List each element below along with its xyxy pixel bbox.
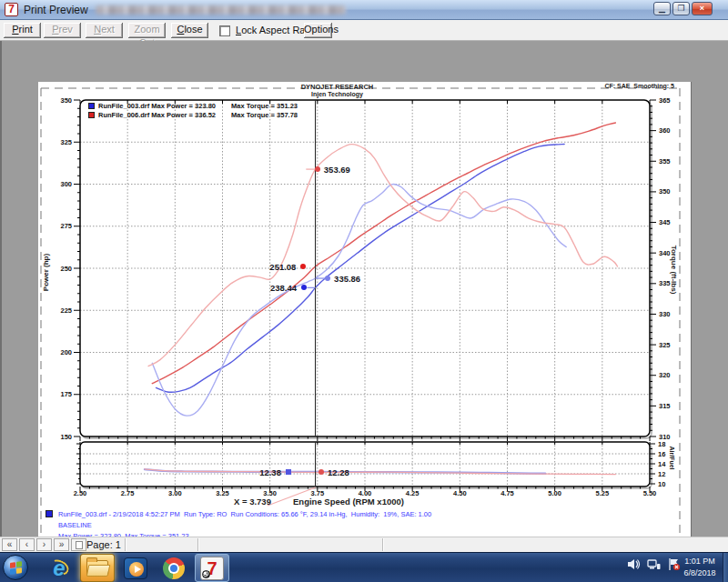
- show-desktop-button[interactable]: [723, 553, 728, 582]
- chart-header-shop: Injen Technology: [38, 91, 636, 97]
- annotation-value: 238.44: [270, 283, 297, 293]
- statusbar-divider: [197, 538, 199, 551]
- legend-torque: Max Torque = 357.78: [231, 111, 298, 119]
- clock-time: 1:01 PM: [679, 556, 721, 567]
- annotation-value: 353.69: [324, 165, 350, 175]
- legend-file-power: RunFile_003.drf Max Power = 323.80: [98, 102, 231, 110]
- annotation-value: 12.28: [328, 467, 349, 477]
- title-bar[interactable]: 7 Print Preview ▁ ❐ ×: [0, 0, 728, 20]
- annotation-marker: [300, 264, 306, 269]
- network-icon[interactable]: [647, 557, 661, 571]
- app-icon: 7: [5, 3, 18, 16]
- clock-date: 6/8/2018: [679, 567, 721, 579]
- close-button[interactable]: Close: [171, 23, 208, 38]
- legend-row: RunFile_006.drf Max Power = 336.52Max To…: [88, 111, 298, 120]
- legend-swatch: [88, 103, 95, 109]
- file-explorer-icon[interactable]: [80, 554, 115, 582]
- page-setup-icon[interactable]: [71, 538, 86, 551]
- power-axis-title: Power (hp): [42, 254, 50, 291]
- power-tick-label: 300: [60, 180, 72, 188]
- prev-page-button[interactable]: ‹: [19, 538, 35, 551]
- x-tick-label: 4.50: [453, 489, 467, 497]
- folder-icon: [86, 560, 108, 576]
- media-player-icon[interactable]: [118, 554, 153, 582]
- minimize-button[interactable]: ▁: [653, 2, 671, 15]
- torque-tick-label: 325: [659, 341, 671, 349]
- torque-tick-label: 330: [659, 310, 671, 318]
- chart-legend: RunFile_003.drf Max Power = 323.80Max To…: [88, 102, 298, 119]
- preview-area: 2.502.753.003.253.503.754.004.254.504.75…: [0, 41, 728, 537]
- power-tick-label: 275: [60, 222, 72, 230]
- torque-tick-label: 355: [659, 157, 671, 166]
- annotation-marker: [315, 166, 320, 172]
- x-tick-label: 5.50: [643, 489, 657, 497]
- af-tick-label: 18: [658, 440, 665, 448]
- last-page-button[interactable]: »: [54, 538, 69, 551]
- annotation-marker: [318, 469, 324, 475]
- legend-swatch: [88, 112, 95, 118]
- x-tick-label: 2.50: [74, 489, 87, 497]
- chrome-icon[interactable]: [157, 554, 191, 582]
- taskbar-clock[interactable]: 1:01 PM 6/8/2018: [679, 556, 721, 579]
- torque-tick-label: 360: [659, 126, 671, 135]
- annotation-value: 12.38: [259, 467, 281, 477]
- statusbar-divider: [382, 538, 384, 551]
- options-button[interactable]: Options: [304, 23, 332, 38]
- start-button[interactable]: [3, 555, 28, 580]
- torque-axis-title: Torque (ft-lbs): [670, 243, 678, 297]
- x-tick-label: 2.75: [121, 489, 135, 497]
- x-tick-label: 4.25: [406, 489, 420, 497]
- close-window-button[interactable]: ×: [692, 2, 713, 15]
- maximize-button[interactable]: ❐: [672, 2, 690, 15]
- windows-logo-icon: [10, 561, 22, 575]
- run-swatch: [46, 510, 53, 517]
- statusbar-divider: [125, 538, 126, 551]
- system-tray: [627, 557, 681, 571]
- speaker-icon[interactable]: [627, 557, 641, 571]
- print-button[interactable]: Print: [4, 23, 41, 38]
- x-tick-label: 3.25: [216, 489, 229, 497]
- redacted-title-path: [96, 5, 346, 15]
- annotation-value: 335.86: [334, 274, 360, 284]
- power-tick-label: 200: [60, 348, 72, 356]
- run-info-line1: RunFile_003.drf - 2/19/2018 4:52:27 PM R…: [58, 509, 431, 520]
- torque-tick-label: 350: [659, 187, 671, 196]
- annotation-marker: [325, 276, 330, 281]
- x-tick-label: 5.25: [596, 489, 610, 497]
- next-page-button[interactable]: ›: [36, 538, 52, 551]
- x-axis-title: Engine Speed (RPM x1000): [293, 497, 404, 507]
- print-preview-window: 7 Print Preview ▁ ❐ × PrintPrevNextZoom …: [0, 0, 728, 582]
- power-tick-label: 250: [60, 265, 72, 273]
- power-tick-label: 325: [60, 138, 72, 146]
- window-title: Print Preview: [24, 4, 88, 16]
- torque-tick-label: 315: [659, 402, 671, 410]
- lock-aspect-ratio-checkbox[interactable]: [219, 25, 230, 36]
- toolbar: PrintPrevNextZoom OutClose Lock Aspect R…: [0, 20, 728, 41]
- internet-explorer-icon[interactable]: e: [42, 554, 76, 582]
- power-tick-label: 175: [60, 390, 72, 398]
- prev-button: Prev: [44, 23, 81, 38]
- torque-tick-label: 320: [659, 371, 671, 379]
- torque-tick-label: 345: [659, 218, 671, 226]
- af-tick-label: 10: [658, 480, 665, 488]
- run-info-line2: BASELINE: [58, 520, 431, 531]
- x-tick-label: 3.00: [168, 489, 182, 497]
- soccer-ball-icon: [202, 570, 210, 578]
- annotation-marker: [301, 285, 307, 290]
- zoom-out-button: Zoom Out: [128, 23, 166, 38]
- x-tick-label: 4.75: [500, 489, 514, 497]
- taskbar: e 7 1:01 PM 6/8/201: [0, 552, 728, 582]
- next-button: Next: [86, 23, 123, 38]
- status-bar: « ‹ › » Page: 1: [0, 537, 728, 552]
- af-axis-title: Air/Fuel: [669, 447, 675, 483]
- cursor-x-value: X = 3.739: [234, 497, 271, 507]
- x-tick-label: 5.00: [548, 489, 561, 497]
- correction-factor-note: CF: SAE Smoothing: 5: [604, 83, 674, 89]
- preview-page: 2.502.753.003.253.503.754.004.254.504.75…: [38, 82, 692, 576]
- power-tick-label: 225: [60, 306, 72, 315]
- winpep7-app-icon[interactable]: 7: [195, 554, 229, 582]
- first-page-button[interactable]: «: [2, 538, 17, 551]
- legend-file-power: RunFile_006.drf Max Power = 336.52: [98, 111, 231, 119]
- torque-tick-label: 365: [659, 96, 671, 105]
- annotation-marker: [286, 469, 291, 475]
